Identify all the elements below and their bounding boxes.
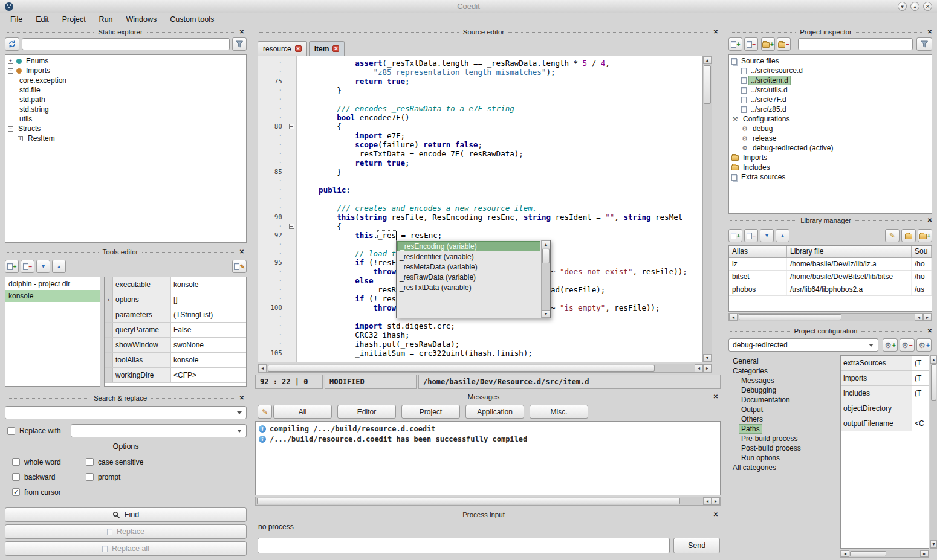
menu-file[interactable]: File [4, 14, 29, 25]
move-library-down-button[interactable]: ▾ [760, 229, 774, 242]
scroll-thumb[interactable] [257, 498, 680, 504]
expander-icon[interactable]: + [18, 136, 23, 141]
checkbox-whole-word[interactable]: whole word [12, 454, 86, 469]
scroll-thumb[interactable] [704, 65, 711, 104]
library-row[interactable]: iz/home/basile/Dev/Iz/lib/iz.a/ho [729, 258, 932, 271]
property-value[interactable]: (T [912, 356, 929, 370]
checkbox-prompt[interactable]: prompt [86, 469, 242, 484]
message-item[interactable]: i/.../build/resource.d.coedit has been s… [256, 434, 720, 444]
editor-vscrollbar[interactable]: ▴ ▾ [702, 56, 712, 362]
completion-item[interactable]: _resMetaData (variable) [397, 262, 540, 272]
filter-project-button[interactable]: Project [401, 405, 460, 419]
fold-icon[interactable]: − [289, 124, 294, 129]
tree-item[interactable]: ../src/utils.d [729, 85, 932, 95]
checkbox-case-sensitive[interactable]: case sensitive [86, 454, 242, 469]
tree-item[interactable]: std.file [5, 85, 246, 95]
library-hscrollbar[interactable]: ◂ ◂ ▸ [728, 313, 932, 321]
tree-item[interactable]: ⚙debug [729, 124, 932, 134]
message-item[interactable]: icompiling /.../build/resource.d.coedit [256, 423, 720, 434]
tree-item[interactable]: Output [728, 405, 831, 414]
close-panel-icon[interactable]: ✕ [238, 28, 245, 36]
tree-item[interactable]: ⚙release [729, 134, 932, 143]
tree-item[interactable]: Debugging [728, 385, 831, 395]
tree-item[interactable]: std.string [5, 105, 246, 114]
tree-item[interactable]: std.path [5, 95, 246, 105]
property-value[interactable]: konsole [171, 353, 246, 367]
tree-item[interactable]: +Enums [5, 56, 246, 66]
clear-messages-button[interactable]: ✎ [258, 405, 272, 419]
expander-icon[interactable]: + [8, 59, 13, 64]
column-header[interactable]: Library file [787, 246, 912, 257]
search-term-combo[interactable] [5, 406, 247, 419]
tree-item[interactable]: Messages [728, 376, 831, 385]
completion-item[interactable]: _resEncoding (variable) [397, 241, 540, 251]
tree-item[interactable]: General [728, 356, 831, 366]
project-filter-button[interactable] [916, 37, 932, 51]
checkbox-from-cursor[interactable]: ✓from cursor [12, 484, 86, 500]
scroll-left-icon[interactable]: ◂ [915, 314, 923, 321]
edit-tool-button[interactable]: ✎ [232, 260, 247, 273]
scroll-thumb[interactable] [739, 314, 841, 320]
scroll-up-icon[interactable]: ▴ [703, 56, 712, 64]
property-value[interactable]: (T [912, 371, 929, 385]
editor-hscrollbar[interactable]: ◂ ◂ ▸ [258, 364, 712, 373]
filter-button[interactable] [232, 37, 247, 51]
tab-resource[interactable]: resource✕ [258, 41, 307, 56]
completion-scrollbar[interactable]: ▴ ▾ [541, 240, 550, 318]
tree-item[interactable]: core.exception [5, 76, 246, 85]
tree-item[interactable]: ../src/resource.d [729, 66, 932, 76]
tree-item[interactable]: Pre-build process [728, 434, 831, 443]
close-panel-icon[interactable]: ✕ [712, 511, 719, 518]
column-header[interactable]: Alias [729, 246, 787, 257]
scroll-thumb[interactable] [850, 551, 886, 556]
scroll-left-icon[interactable]: ◂ [729, 314, 738, 321]
scroll-right-icon[interactable]: ▸ [712, 497, 720, 505]
column-header[interactable]: Sou [912, 246, 932, 257]
configuration-vscrollbar[interactable]: ▴ ▾ [930, 355, 937, 549]
property-value[interactable]: (TStringList) [171, 307, 246, 322]
sync-configuration-button[interactable]: ⚙+ [883, 338, 898, 352]
remove-library-button[interactable]: − [744, 229, 758, 242]
tree-item[interactable]: ../src/z85.d [729, 105, 932, 114]
tree-item[interactable]: Paths [728, 424, 831, 434]
add-folder-button[interactable]: + [761, 37, 775, 51]
process-input-field[interactable] [258, 538, 670, 553]
scroll-right-icon[interactable]: ▸ [703, 364, 712, 372]
fold-icon[interactable]: − [289, 224, 294, 229]
splitter[interactable] [837, 355, 837, 550]
tree-item[interactable]: Extra sources [729, 172, 932, 182]
add-library-button[interactable]: + [728, 229, 742, 242]
replace-all-button[interactable]: Replace all [5, 541, 247, 556]
menu-project[interactable]: Project [56, 14, 92, 25]
tree-item[interactable]: +ResItem [5, 134, 246, 143]
property-value[interactable]: False [171, 323, 246, 337]
scroll-down-icon[interactable]: ▾ [930, 540, 937, 548]
scroll-up-icon[interactable]: ▴ [930, 356, 937, 364]
tab-item[interactable]: item✕ [309, 41, 345, 56]
move-tool-down-button[interactable]: ▾ [36, 260, 50, 273]
tree-item[interactable]: Post-build process [728, 443, 831, 453]
tree-item[interactable]: utils [5, 114, 246, 124]
property-value[interactable]: <C [912, 416, 929, 431]
scroll-right-icon[interactable]: ▸ [923, 314, 932, 321]
project-inspector-search-input[interactable] [798, 38, 913, 50]
close-panel-icon[interactable]: ✕ [712, 393, 719, 401]
tree-item[interactable]: Documentation [728, 395, 831, 405]
tree-item[interactable]: Run options [728, 453, 831, 463]
scroll-left-icon[interactable]: ◂ [841, 550, 849, 557]
remove-configuration-button[interactable]: ⚙− [900, 338, 915, 352]
tree-item[interactable]: All categories [728, 463, 831, 472]
messages-hscrollbar[interactable]: ◂ ▸ [255, 497, 721, 506]
configuration-select[interactable]: debug-redirected [728, 338, 878, 352]
menu-run[interactable]: Run [92, 14, 120, 25]
replace-button[interactable]: Replace [5, 524, 247, 539]
add-configuration-button[interactable]: ⚙+ [916, 338, 932, 352]
remove-source-button[interactable]: − [744, 37, 758, 51]
close-panel-icon[interactable]: ✕ [238, 248, 245, 256]
tree-item[interactable]: ../src/e7F.d [729, 95, 932, 105]
code-editor[interactable]: · assert(_resTxtData.length == _resRawDa… [258, 56, 712, 362]
close-panel-icon[interactable]: ✕ [238, 394, 245, 402]
scroll-down-icon[interactable]: ▾ [703, 354, 712, 362]
property-value[interactable]: [] [171, 292, 246, 307]
scroll-left-icon[interactable]: ◂ [695, 364, 703, 372]
